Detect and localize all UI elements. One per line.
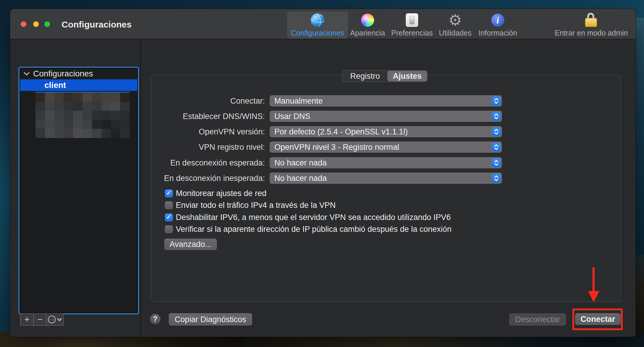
dns-wins-label: Establecer DNS/WINS: [152, 111, 265, 122]
sidebar-group-label: Configuraciones [33, 69, 93, 78]
sidebar-group-configurations[interactable]: Configuraciones [20, 69, 137, 79]
split-divider [140, 39, 141, 336]
checkbox-monitor-network[interactable]: ✓ Monitorear ajustes de red [165, 189, 266, 197]
annotation-highlight-rect [572, 309, 623, 330]
annotation-arrow-head [588, 291, 599, 302]
toolbar-item-admin-mode[interactable]: Entrar en modo admin [550, 11, 633, 38]
copy-diagnostics-button[interactable]: Copiar Diagnósticos [169, 313, 252, 326]
settings-panel [151, 74, 621, 302]
zoom-window-button[interactable] [44, 21, 50, 27]
checkbox-icon: ✓ [165, 213, 173, 221]
add-configuration-button[interactable]: + [20, 313, 33, 326]
openvpn-version-dropdown[interactable]: Por defecto (2.5.4 - OpenSSL v1.1.1l) [270, 126, 502, 137]
minimize-window-button[interactable] [33, 21, 39, 27]
expected-disconnect-label: En desconexión esperada: [152, 157, 265, 168]
ellipsis-circle-icon: ⋯ [48, 316, 56, 323]
sidebar-item-client[interactable]: client [20, 79, 137, 91]
app-window: Configuraciones Configuraciones Aparienc… [10, 9, 636, 337]
toolbar-item-utilities[interactable]: ⚙ Utilidades [434, 11, 476, 38]
checkbox-route-all-ipv4[interactable]: ✓ Enviar todo el tráfico IPv4 a través d… [165, 201, 336, 209]
connect-label: Conectar: [152, 95, 265, 107]
checkbox-icon: ✓ [165, 201, 173, 209]
close-window-button[interactable] [21, 21, 26, 27]
expected-disconnect-dropdown[interactable]: No hacer nada [270, 157, 502, 168]
stepper-icon [492, 174, 501, 183]
remove-configuration-button[interactable]: − [33, 313, 46, 326]
window-title: Configuraciones [62, 20, 132, 30]
toolbar-item-appearance[interactable]: Apariencia [345, 11, 390, 38]
checkbox-icon: ✓ [165, 225, 173, 233]
stepper-icon [492, 127, 501, 136]
openvpn-version-label: OpenVPN versión: [152, 126, 265, 137]
toolbar-item-configurations[interactable]: Configuraciones [287, 11, 348, 38]
annotation-arrow [593, 267, 595, 292]
stepper-icon [492, 158, 501, 167]
tab-ajustes[interactable]: Ajustes [387, 71, 427, 81]
info-icon: i [491, 13, 505, 27]
vpn-log-level-label: VPN registro nivel: [152, 142, 265, 153]
unexpected-disconnect-dropdown[interactable]: No hacer nada [270, 173, 502, 184]
connect-dropdown[interactable]: Manualmente [270, 95, 502, 107]
lock-icon [584, 13, 598, 27]
disconnect-button[interactable]: Desconectar [509, 313, 566, 326]
sidebar-footer-buttons: + − ⋯ [20, 313, 64, 326]
toolbar-item-information[interactable]: i Información [476, 11, 519, 38]
globe-icon [310, 13, 325, 27]
stepper-icon [492, 112, 501, 121]
tab-registro[interactable]: Registro [343, 71, 387, 81]
checkbox-icon: ✓ [165, 189, 173, 197]
gear-icon: ⚙ [448, 13, 462, 27]
dns-wins-dropdown[interactable]: Usar DNS [270, 111, 502, 122]
chevron-down-icon [57, 318, 62, 321]
toolbar-item-preferences[interactable]: Preferencias [390, 11, 434, 38]
redacted-configuration-names [36, 92, 130, 138]
chevron-down-icon [24, 72, 30, 76]
color-wheel-icon [360, 13, 375, 27]
checkbox-disable-ipv6[interactable]: ✓ Deshabilitar IPV6, a menos que el serv… [165, 213, 451, 221]
switch-icon [405, 13, 419, 27]
checkbox-verify-public-ip[interactable]: ✓ Verificar si la aparente dirección de … [165, 225, 452, 233]
stepper-icon [492, 143, 501, 152]
vpn-log-level-dropdown[interactable]: OpenVPN nivel 3 - Registro normal [270, 142, 502, 153]
stepper-icon [492, 97, 501, 105]
log-settings-tabs: Registro Ajustes [342, 70, 428, 82]
unexpected-disconnect-label: En desconexión inesperada: [152, 173, 265, 184]
actions-menu-button[interactable]: ⋯ [46, 313, 64, 326]
help-button[interactable]: ? [150, 314, 160, 324]
advanced-button[interactable]: Avanzado... [164, 239, 217, 250]
